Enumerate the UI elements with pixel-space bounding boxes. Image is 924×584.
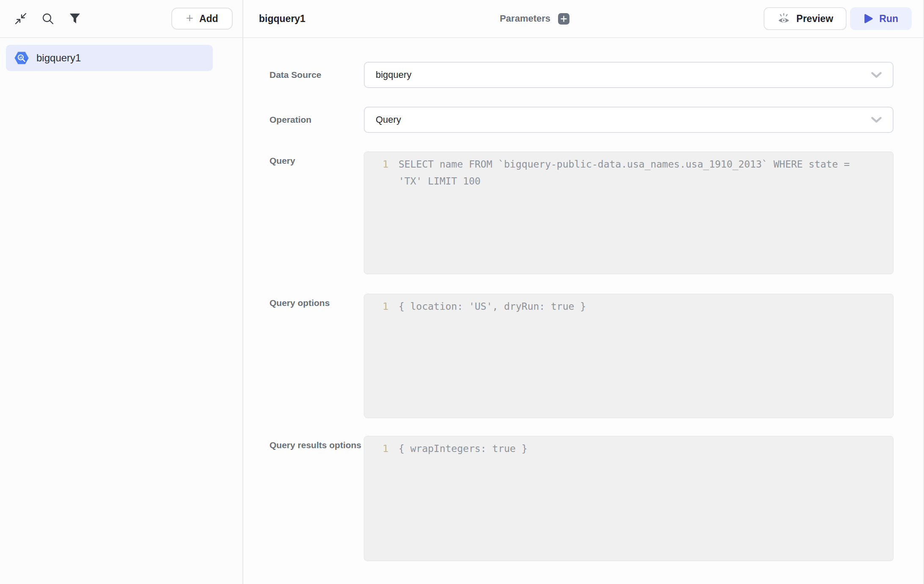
sidebar-item-label: bigquery1 (36, 52, 81, 64)
sidebar-header: + Add (0, 0, 242, 38)
query-row: Query 1 SELECT name FROM `bigquery-publi… (270, 152, 894, 274)
code-line: 1 { location: 'US', dryRun: true } (364, 298, 885, 315)
chevron-down-icon (871, 72, 882, 78)
query-results-options-code-text: { wrapIntegers: true } (399, 440, 528, 457)
sidebar: + Add bigquery1 (0, 0, 243, 584)
sidebar-item-bigquery1[interactable]: bigquery1 (6, 45, 213, 71)
query-editor-app: + Add bigquery1 bigquery1 (0, 0, 924, 584)
query-options-code-editor[interactable]: 1 { location: 'US', dryRun: true } (364, 294, 894, 418)
data-source-value: bigquery (376, 69, 411, 80)
operation-value: Query (376, 114, 401, 125)
collapse-sidebar-button[interactable] (14, 11, 28, 26)
data-source-label: Data Source (270, 62, 364, 88)
line-number-gutter (364, 173, 388, 190)
query-options-label: Query options (270, 294, 364, 418)
query-form: Data Source bigquery Operation Query (243, 38, 923, 561)
code-line: 1 { wrapIntegers: true } (364, 440, 885, 457)
query-options-row: Query options 1 { location: 'US', dryRun… (270, 294, 894, 418)
filter-funnel-icon (69, 13, 80, 24)
query-title: bigquery1 (259, 13, 305, 25)
search-button[interactable] (41, 11, 55, 26)
add-button-label: Add (199, 13, 218, 25)
add-query-button[interactable]: + Add (171, 8, 233, 30)
query-results-options-code-editor[interactable]: 1 { wrapIntegers: true } (364, 436, 894, 561)
query-options-code-text: { location: 'US', dryRun: true } (399, 298, 586, 315)
filter-button[interactable] (68, 11, 82, 26)
code-line-wrapped: 'TX' LIMIT 100 (364, 173, 885, 190)
search-icon (41, 12, 54, 25)
code-line: 1 SELECT name FROM `bigquery-public-data… (364, 156, 885, 173)
add-parameter-button[interactable] (558, 13, 569, 25)
query-results-options-label: Query results options (270, 436, 364, 561)
arrows-collapse-icon (14, 12, 27, 25)
run-button[interactable]: Run (850, 7, 912, 30)
parameters-label: Parameters (500, 13, 550, 24)
bigquery-icon (14, 51, 29, 65)
main-header: bigquery1 Parameters (243, 0, 923, 38)
data-source-row: Data Source bigquery (270, 62, 894, 88)
chevron-down-icon (871, 117, 882, 123)
run-button-label: Run (879, 13, 898, 25)
line-number: 1 (364, 298, 388, 315)
query-code-text-line-1: SELECT name FROM `bigquery-public-data.u… (399, 156, 850, 173)
plus-icon (561, 16, 567, 22)
operation-label: Operation (270, 107, 364, 133)
line-number: 1 (364, 440, 388, 457)
operation-row: Operation Query (270, 107, 894, 133)
plus-icon: + (186, 12, 193, 25)
query-label: Query (270, 152, 364, 274)
preview-button[interactable]: Preview (764, 7, 847, 30)
query-code-text-line-2: 'TX' LIMIT 100 (399, 173, 481, 190)
play-icon (864, 14, 873, 24)
eye-icon (777, 13, 790, 25)
header-actions: Preview Run (764, 7, 912, 30)
sidebar-query-list: bigquery1 (0, 38, 242, 71)
query-results-options-row: Query results options 1 { wrapIntegers: … (270, 436, 894, 561)
main-panel: bigquery1 Parameters (243, 0, 924, 584)
operation-select[interactable]: Query (364, 107, 894, 133)
parameters-section: Parameters (305, 13, 764, 25)
query-code-editor[interactable]: 1 SELECT name FROM `bigquery-public-data… (364, 152, 894, 274)
data-source-select[interactable]: bigquery (364, 62, 894, 88)
line-number: 1 (364, 156, 388, 173)
preview-button-label: Preview (796, 13, 833, 25)
